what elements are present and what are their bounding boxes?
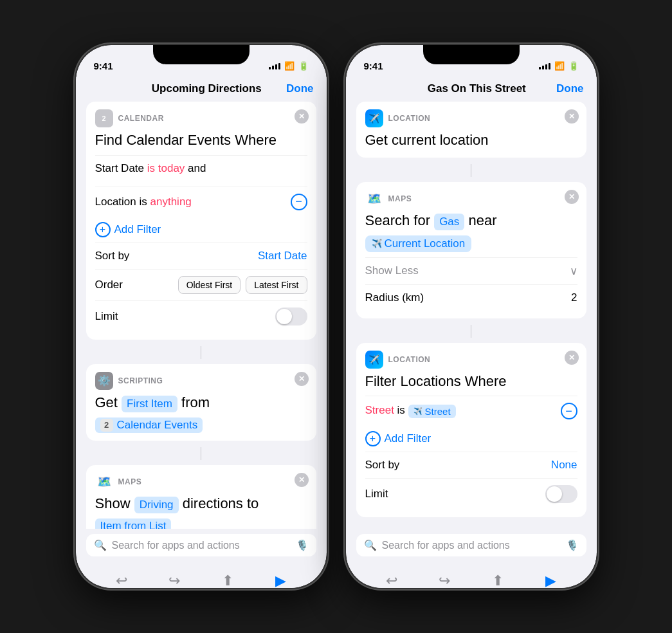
toolbar-1: ↩ ↪ ⬆ ▶ — [76, 562, 327, 588]
divider-3 — [471, 164, 471, 177]
calendar-icon: 2 — [95, 109, 113, 127]
mic-icon-1[interactable]: 🎙️ — [296, 539, 309, 551]
wifi-icon: 📶 — [284, 61, 295, 71]
location-card-1: ✈️ LOCATION ✕ Get current location — [356, 102, 586, 158]
add-filter-label-2: Add Filter — [385, 432, 431, 445]
oldest-first-btn[interactable]: Oldest First — [178, 276, 241, 294]
scripting-category: SCRIPTING — [118, 376, 163, 385]
street-filter-text: Street is ✈️ Street — [365, 404, 456, 418]
redo-btn-1[interactable]: ↪ — [163, 569, 186, 588]
battery-icon-2: 🔋 — [568, 61, 579, 71]
first-item-badge[interactable]: First Item — [122, 396, 177, 412]
location-icon-1: ✈️ — [365, 109, 383, 127]
nav-done-2[interactable]: Done — [556, 82, 584, 95]
play-btn-2[interactable]: ▶ — [539, 569, 562, 588]
status-time-1: 9:41 — [94, 60, 113, 71]
calendar-title: Find Calendar Events Where — [95, 131, 307, 150]
maps-card-2: 🗺️ MAPS ✕ Search for Gas near ✈️ Current… — [356, 182, 586, 318]
location-icon-2: ✈️ — [365, 351, 383, 369]
signal-icon — [269, 62, 280, 69]
calendar-card: 2 CALENDAR ✕ Find Calendar Events Where … — [86, 102, 316, 340]
chevron-down-icon: ∨ — [570, 264, 577, 278]
redo-btn-2[interactable]: ↪ — [433, 569, 456, 588]
street-badge[interactable]: ✈️ Street — [408, 405, 456, 418]
radius-label: Radius (km) — [365, 291, 424, 304]
radius-value[interactable]: 2 — [571, 291, 577, 304]
location-title-2: Filter Locations Where — [365, 372, 577, 391]
location-card-2: ✈️ LOCATION ✕ Filter Locations Where Str… — [356, 343, 586, 518]
item-from-list-badge[interactable]: Item from List — [95, 518, 172, 529]
location-category-2: LOCATION — [388, 355, 431, 364]
order-label-1: Order — [95, 279, 123, 291]
search-bar-1[interactable]: 🔍 Search for apps and actions 🎙️ — [86, 534, 316, 556]
scripting-close-btn[interactable]: ✕ — [295, 372, 309, 386]
share-btn-1[interactable]: ⬆ — [216, 569, 239, 588]
maps-close-btn-1[interactable]: ✕ — [295, 473, 309, 487]
phone-1: 9:41 📶 🔋 Upcoming Directions Done — [76, 45, 327, 588]
remove-location-filter-btn[interactable]: − — [291, 194, 307, 210]
divider-4 — [471, 325, 471, 338]
maps-title-2: Search for Gas near — [365, 212, 577, 230]
limit-row-2: Limit — [365, 478, 577, 509]
badge-num-2: 2 — [102, 115, 105, 122]
phone-2: 9:41 📶 🔋 Gas On This Street Done — [346, 45, 597, 588]
location-close-btn-2[interactable]: ✕ — [565, 351, 579, 365]
maps-close-btn-2[interactable]: ✕ — [565, 190, 579, 204]
add-filter-label-1: Add Filter — [114, 223, 161, 236]
gas-badge[interactable]: Gas — [434, 214, 464, 230]
scripting-card: ⚙️ SCRIPTING ✕ Get First Item from 2 Cal… — [86, 364, 316, 441]
limit-toggle-1[interactable] — [275, 307, 307, 326]
driving-badge[interactable]: Driving — [134, 497, 179, 513]
calendar-close-btn[interactable]: ✕ — [295, 109, 309, 124]
sort-row-1: Sort by Start Date — [95, 243, 307, 269]
location-filter-value[interactable]: anything — [150, 196, 192, 208]
scripting-detail: 2 Calendar Events — [95, 417, 307, 433]
scripting-title: Get First Item from — [95, 394, 307, 412]
location-category-1: LOCATION — [388, 114, 431, 123]
scripting-card-header: ⚙️ SCRIPTING — [95, 372, 307, 390]
undo-btn-1[interactable]: ↩ — [110, 569, 133, 588]
show-less-row: Show Less ∨ — [365, 257, 577, 284]
start-date-value[interactable]: is today — [147, 162, 185, 174]
undo-btn-2[interactable]: ↩ — [380, 569, 403, 588]
maps-title-1: Show Driving directions to — [95, 495, 307, 513]
add-filter-icon-2: + — [365, 431, 381, 446]
sort-value-1[interactable]: Start Date — [258, 250, 307, 262]
sort-value-2[interactable]: None — [551, 459, 577, 472]
sort-label-1: Sort by — [95, 250, 130, 262]
location-close-btn-1[interactable]: ✕ — [565, 109, 579, 124]
play-btn-1[interactable]: ▶ — [269, 569, 292, 588]
scroll-content-1[interactable]: 2 CALENDAR ✕ Find Calendar Events Where … — [76, 102, 327, 529]
maps-card-2-header: 🗺️ MAPS — [365, 190, 577, 208]
add-filter-btn-2[interactable]: + Add Filter — [365, 426, 577, 452]
order-buttons-1: Oldest First Latest First — [178, 276, 307, 294]
share-btn-2[interactable]: ⬆ — [486, 569, 509, 588]
nav-title-2: Gas On This Street — [428, 82, 526, 95]
divider-2 — [201, 447, 201, 460]
wifi-icon-2: 📶 — [554, 61, 565, 71]
status-icons-2: 📶 🔋 — [539, 61, 579, 71]
maps-location-row: ✈️ Current Location — [365, 235, 577, 252]
scroll-content-2[interactable]: ✈️ LOCATION ✕ Get current location 🗺️ MA… — [346, 102, 597, 529]
show-less-label[interactable]: Show Less — [365, 264, 419, 277]
calendar-events-badge[interactable]: 2 Calendar Events — [95, 417, 203, 433]
limit-row-1: Limit — [95, 300, 307, 332]
latest-first-btn[interactable]: Latest First — [246, 276, 307, 294]
search-icon-2: 🔍 — [364, 539, 377, 551]
current-location-badge[interactable]: ✈️ Current Location — [365, 235, 472, 252]
limit-toggle-2[interactable] — [545, 485, 577, 503]
search-bar-2[interactable]: 🔍 Search for apps and actions 🎙️ — [356, 534, 586, 556]
remove-street-filter-btn[interactable]: − — [561, 403, 577, 419]
maps-icon-2: 🗺️ — [365, 190, 383, 208]
mic-icon-2[interactable]: 🎙️ — [566, 539, 579, 551]
nav-done-1[interactable]: Done — [286, 82, 314, 95]
nav-title-1: Upcoming Directions — [152, 82, 262, 95]
maps-card-1-header: 🗺️ MAPS — [95, 473, 307, 491]
maps-icon-1: 🗺️ — [95, 473, 113, 491]
sort-label-2: Sort by — [365, 459, 400, 472]
add-filter-btn-1[interactable]: + Add Filter — [95, 217, 307, 243]
location-filter-text: Location is anything — [95, 196, 192, 208]
start-date-filter: Start Date is today and — [95, 155, 307, 181]
divider-1 — [201, 346, 201, 359]
location-filter: Location is anything − — [95, 187, 307, 217]
